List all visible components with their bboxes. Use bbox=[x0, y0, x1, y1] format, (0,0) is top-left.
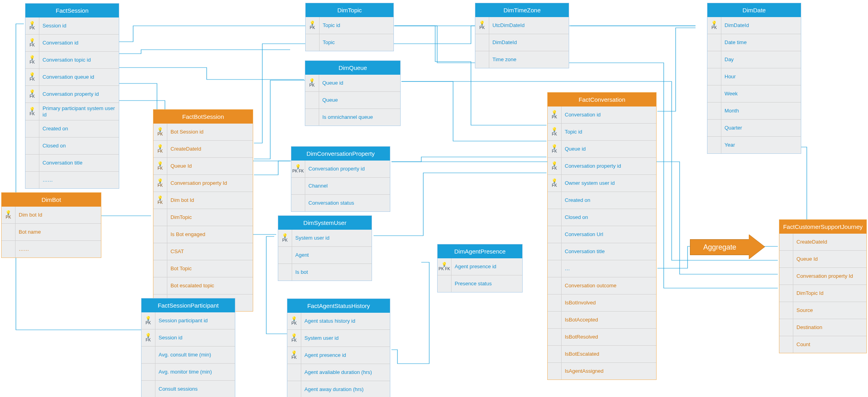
key-icon: 💡 bbox=[29, 56, 35, 60]
entity-dim-system-user: DimSystemUser 💡PKSystem user id Agent Is… bbox=[278, 215, 372, 281]
key-icon: 💡 bbox=[145, 333, 151, 338]
entity-dim-bot: DimBot 💡PKDim bot Id Bot name …… bbox=[1, 192, 101, 258]
entity-dim-date: DimDate 💡PKDimDateId Date time Day Hour … bbox=[707, 3, 801, 154]
entity-title: DimQueue bbox=[305, 61, 400, 75]
key-icon: 💡 bbox=[291, 317, 297, 321]
key-icon: 💡 bbox=[29, 21, 35, 26]
entity-fact-session: FactSession 💡PKSession id 💡FKConversatio… bbox=[25, 3, 119, 189]
key-icon: 💡 bbox=[157, 162, 163, 166]
key-icon: 💡 bbox=[145, 316, 151, 321]
key-icon: 💡 bbox=[552, 128, 557, 132]
entity-title: FactConversation bbox=[548, 93, 656, 107]
key-icon: 💡 bbox=[291, 334, 297, 338]
key-icon: 💡 bbox=[552, 110, 557, 115]
arrow-head-icon bbox=[749, 234, 765, 259]
entity-dim-topic: DimTopic 💡PKTopic id Topic bbox=[305, 3, 394, 51]
entity-title: DimTimeZone bbox=[475, 3, 569, 17]
entity-title: DimBot bbox=[2, 193, 101, 207]
key-icon: 💡 bbox=[29, 107, 35, 112]
entity-body: 💡PKSession id 💡FKConversation id 💡FKConv… bbox=[25, 17, 119, 188]
key-icon: 💡 bbox=[309, 79, 315, 83]
entity-dim-queue: DimQueue 💡PKQueue id Queue Is omnichanne… bbox=[305, 60, 401, 126]
key-icon: 💡 bbox=[295, 165, 301, 169]
entity-fact-agent-status-history: FactAgentStatusHistory 💡PKAgent status h… bbox=[287, 298, 390, 397]
entity-dim-agent-presence: DimAgentPresence 💡PK FKAgent presence id… bbox=[437, 244, 523, 292]
key-icon: 💡 bbox=[29, 90, 35, 94]
entity-title: FactSessionParticipant bbox=[141, 298, 235, 312]
key-icon: 💡 bbox=[157, 145, 163, 149]
key-icon: 💡 bbox=[157, 128, 163, 132]
entity-title: DimConversationProperty bbox=[291, 147, 390, 161]
entity-title: DimDate bbox=[707, 3, 801, 17]
entity-dim-conversation-property: DimConversationProperty 💡PK FKConversati… bbox=[291, 146, 390, 212]
key-icon: 💡 bbox=[29, 39, 35, 43]
key-icon: 💡 bbox=[552, 145, 557, 149]
entity-title: FactBotSession bbox=[153, 110, 253, 124]
entity-title: DimAgentPresence bbox=[438, 244, 522, 258]
entity-title: FactCustomerSupportJourney bbox=[779, 220, 866, 234]
key-icon: 💡 bbox=[711, 21, 717, 25]
entity-fact-bot-session: FactBotSession 💡PKBot Session id 💡FKCrea… bbox=[153, 109, 253, 312]
key-icon: 💡 bbox=[442, 262, 447, 267]
key-icon: 💡 bbox=[282, 234, 288, 238]
entity-fact-customer-support-journey: FactCustomerSupportJourney CreateDateId … bbox=[779, 219, 867, 353]
key-icon: 💡 bbox=[479, 21, 485, 25]
key-icon: 💡 bbox=[291, 351, 297, 355]
key-icon: 💡 bbox=[29, 73, 35, 77]
key-icon: 💡 bbox=[310, 21, 315, 25]
key-icon: 💡 bbox=[552, 162, 557, 166]
aggregate-arrow: Aggregate bbox=[690, 234, 765, 259]
key-icon: 💡 bbox=[6, 211, 11, 215]
entity-fact-session-participant: FactSessionParticipant 💡PKSession partic… bbox=[141, 298, 235, 397]
entity-dim-time-zone: DimTimeZone 💡PKUtcDimDateId DimDateId Ti… bbox=[475, 3, 569, 68]
aggregate-label: Aggregate bbox=[703, 243, 736, 252]
entity-title: DimTopic bbox=[306, 3, 393, 17]
entity-title: FactAgentStatusHistory bbox=[287, 299, 390, 313]
entity-title: DimSystemUser bbox=[278, 216, 372, 230]
key-icon: 💡 bbox=[552, 179, 557, 183]
entity-fact-conversation: FactConversation 💡PKConversation id 💡FKT… bbox=[547, 92, 657, 380]
key-icon: 💡 bbox=[157, 179, 163, 183]
entity-title: FactSession bbox=[25, 4, 119, 17]
key-icon: 💡 bbox=[157, 196, 163, 200]
